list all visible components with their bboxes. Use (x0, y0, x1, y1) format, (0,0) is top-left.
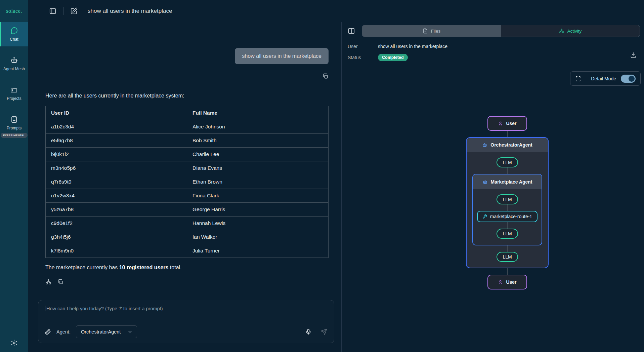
table-cell: u1v2w3x4 (46, 189, 187, 203)
sidebar-item-prompts[interactable]: Prompts EXPERIMENTAL (0, 111, 28, 143)
chevron-down-icon (127, 329, 133, 335)
copy-message-button[interactable] (322, 73, 329, 79)
tab-label: Files (431, 29, 441, 34)
user-query-value: show all users in the marketplace (378, 44, 447, 49)
flow-controls: Detail Mode (570, 71, 641, 86)
flow-connector (507, 204, 508, 211)
sidebar-toggle-button[interactable] (49, 7, 56, 15)
sidebar-item-label: Prompts (7, 126, 22, 130)
wrench-icon (482, 214, 487, 219)
table-cell: George Harris (187, 203, 329, 217)
sidebar-item-projects[interactable]: Projects (0, 81, 28, 106)
toggle-knob (629, 76, 635, 82)
activity-panel: Files Activity User show all users in th… (341, 22, 644, 352)
flow-connector (507, 167, 508, 174)
message-input[interactable]: How can I help you today? (Type '/' to i… (45, 306, 327, 311)
view-flow-button[interactable] (45, 279, 51, 285)
table-cell: i9j0k1l2 (46, 148, 187, 161)
table-cell: Bob Smith (187, 134, 329, 148)
node-label: User (506, 121, 516, 126)
table-header-row: User ID Full Name (46, 106, 329, 120)
fullscreen-button[interactable] (575, 76, 581, 82)
text-caret (45, 306, 45, 311)
table-row: q7r8s9t0Ethan Brown (46, 175, 329, 189)
node-label: OrchestratorAgent (490, 142, 532, 148)
new-chat-button[interactable] (70, 7, 78, 15)
flow-node-llm-1[interactable]: LLM (497, 157, 518, 167)
table-cell: Charlie Lee (187, 148, 329, 161)
node-label: LLM (503, 160, 512, 165)
user-message-bubble: show all users in the marketplace (235, 48, 329, 64)
message-list: show all users in the marketplace Here a… (28, 22, 341, 300)
sidebar-item-chat[interactable]: Chat (0, 22, 28, 46)
table-row: k7l8m9n0Julia Turner (46, 244, 329, 258)
table-cell: Hannah Lewis (187, 217, 329, 230)
person-icon (498, 121, 503, 126)
table-row: c9d0e1f2Hannah Lewis (46, 217, 329, 230)
node-label: LLM (503, 231, 512, 236)
chat-input-container[interactable]: How can I help you today? (Type '/' to i… (38, 300, 334, 343)
table-cell: c9d0e1f2 (46, 217, 187, 230)
sidebar: solace. Chat Agent Mesh Projects Prompts… (0, 0, 28, 352)
table-cell: m3n4o5p6 (46, 161, 187, 175)
sidebar-item-agent-mesh[interactable]: Agent Mesh (0, 52, 28, 76)
microphone-button[interactable] (305, 328, 312, 335)
tab-files[interactable]: Files (362, 25, 501, 37)
attach-file-button[interactable] (45, 329, 51, 335)
robot-icon (10, 56, 18, 64)
flow-connector (507, 131, 508, 137)
table-cell: g3h4i5j6 (46, 230, 187, 244)
flow-node-llm-3[interactable]: LLM (497, 229, 518, 239)
app-window: solace. Chat Agent Mesh Projects Prompts… (0, 0, 644, 352)
flow-node-llm-4[interactable]: LLM (497, 252, 518, 262)
users-table-body: a1b2c3d4Alice Johnsone5f6g7h8Bob Smithi9… (46, 120, 329, 258)
marketplace-agent-header[interactable]: Marketplace Agent (473, 174, 542, 189)
robot-icon (482, 142, 487, 148)
flow-node-marketplace-agent[interactable]: Marketplace Agent LLM marketplace-route-… (472, 174, 542, 245)
summary-text: The marketplace currently has 10 registe… (45, 265, 329, 271)
sidebar-item-label: Chat (10, 37, 18, 42)
flow-node-llm-2[interactable]: LLM (497, 194, 518, 204)
robot-icon (482, 179, 488, 185)
table-cell: a1b2c3d4 (46, 120, 187, 134)
panel-left-icon (49, 7, 56, 15)
person-icon (498, 280, 503, 285)
node-label: LLM (503, 254, 512, 260)
table-row: y5z6a7b8George Harris (46, 203, 329, 217)
detail-mode-label: Detail Mode (591, 76, 616, 81)
panel-right-icon (348, 27, 355, 35)
table-cell: Julia Turner (187, 244, 329, 258)
experimental-badge: EXPERIMENTAL (1, 133, 28, 138)
top-bar: show all users in the marketplace (28, 0, 644, 22)
column-header-user-id: User ID (46, 106, 187, 120)
flow-canvas[interactable]: Detail Mode User OrchestratorAgent (342, 66, 644, 352)
page-title: show all users in the marketplace (88, 8, 172, 14)
agent-select[interactable]: OrchestratorAgent (76, 325, 137, 338)
tab-activity[interactable]: Activity (501, 25, 640, 37)
user-label: User (348, 44, 378, 49)
table-cell: Alice Johnson (187, 120, 329, 134)
flow-connector (507, 222, 508, 229)
table-cell: Fiona Clark (187, 189, 329, 203)
assistant-intro-text: Here are all the users currently in the … (45, 93, 329, 99)
table-cell: Ian Walker (187, 230, 329, 244)
detail-mode-toggle[interactable] (621, 75, 636, 83)
settings-button[interactable] (0, 339, 28, 347)
compose-icon (70, 7, 78, 15)
copy-response-button[interactable] (57, 279, 63, 285)
send-button[interactable] (320, 328, 327, 335)
orchestrator-agent-header[interactable]: OrchestratorAgent (467, 138, 548, 152)
flow-connector (507, 268, 508, 275)
copy-icon (322, 73, 329, 79)
panel-toggle-button[interactable] (348, 27, 355, 35)
download-button[interactable] (630, 52, 637, 58)
agent-select-value: OrchestratorAgent (81, 329, 121, 335)
flow-node-marketplace-route[interactable]: marketplace-route-1 (477, 211, 538, 222)
agent-select-label: Agent: (56, 329, 71, 335)
table-row: u1v2w3x4Fiona Clark (46, 189, 329, 203)
flow-node-user-top[interactable]: User (487, 116, 527, 131)
flow-node-orchestrator-agent[interactable]: OrchestratorAgent LLM Marketplace Agent (466, 137, 549, 268)
clipboard-icon (10, 115, 18, 123)
users-table: User ID Full Name a1b2c3d4Alice Johnsone… (45, 106, 329, 258)
flow-node-user-bottom[interactable]: User (487, 275, 527, 289)
